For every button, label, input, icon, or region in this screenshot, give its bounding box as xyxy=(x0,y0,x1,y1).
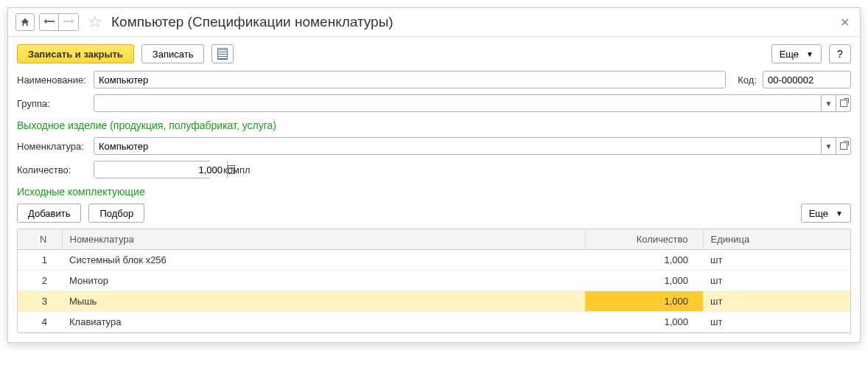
table-header-row: N Номенклатура Количество Единица xyxy=(18,229,850,250)
window-title: Компьютер (Спецификации номенклатуры) xyxy=(111,14,833,30)
favorite-star-icon[interactable]: ☆ xyxy=(88,13,102,32)
components-more-button[interactable]: Еще ▼ xyxy=(801,204,851,223)
nomenclature-open-button[interactable] xyxy=(836,138,850,154)
group-input[interactable] xyxy=(94,95,821,111)
cell-unit: шт xyxy=(703,312,850,333)
nomenclature-row: Номенклатура: ▼ xyxy=(17,137,851,155)
form-area: Наименование: Код: Группа: ▼ Выходное из… xyxy=(8,71,860,342)
quantity-row: Количество: компл xyxy=(17,161,851,178)
table-row[interactable]: 1Системный блок x2561,000шт xyxy=(18,250,850,271)
open-icon xyxy=(840,142,847,150)
group-input-group: ▼ xyxy=(94,94,851,112)
components-table-wrap: N Номенклатура Количество Единица 1Систе… xyxy=(17,229,851,333)
components-section-header: Исходные комплектующие xyxy=(17,186,851,198)
cell-quantity: 1,000 xyxy=(585,271,703,291)
cell-n: 3 xyxy=(18,291,62,312)
close-button[interactable]: ✕ xyxy=(837,15,853,29)
nomenclature-label: Номенклатура: xyxy=(17,141,88,152)
quantity-input-group xyxy=(94,161,211,178)
nomenclature-input[interactable] xyxy=(94,138,821,154)
more-button[interactable]: Еще ▼ xyxy=(771,44,822,63)
chevron-down-icon: ▼ xyxy=(806,50,813,58)
column-n[interactable]: N xyxy=(18,229,62,250)
quantity-input[interactable] xyxy=(94,161,227,178)
group-open-button[interactable] xyxy=(836,95,850,111)
report-button[interactable] xyxy=(211,44,234,63)
open-icon xyxy=(840,100,847,107)
cell-unit: шт xyxy=(703,271,850,291)
save-button[interactable]: Записать xyxy=(141,44,205,63)
quantity-label: Количество: xyxy=(17,164,88,175)
calculator-icon xyxy=(228,165,235,174)
home-button[interactable] xyxy=(15,13,35,31)
forward-button[interactable]: 🠖 xyxy=(59,14,78,30)
table-row[interactable]: 2Монитор1,000шт xyxy=(18,271,850,291)
nomenclature-input-group: ▼ xyxy=(94,137,851,155)
window: 🠔 🠖 ☆ Компьютер (Спецификации номенклату… xyxy=(7,7,861,343)
code-input[interactable] xyxy=(763,71,851,88)
cell-quantity: 1,000 xyxy=(585,250,703,271)
name-input[interactable] xyxy=(94,71,726,88)
cell-n: 4 xyxy=(18,312,62,333)
back-button[interactable]: 🠔 xyxy=(40,14,59,30)
cell-n: 1 xyxy=(18,250,62,271)
nav-back-forward: 🠔 🠖 xyxy=(39,13,79,31)
titlebar: 🠔 🠖 ☆ Компьютер (Спецификации номенклату… xyxy=(8,8,860,37)
components-table: N Номенклатура Количество Единица 1Систе… xyxy=(18,229,850,333)
group-dropdown-button[interactable]: ▼ xyxy=(821,95,836,111)
document-icon xyxy=(217,48,228,60)
select-button[interactable]: Подбор xyxy=(88,204,144,223)
column-nomenclature[interactable]: Номенклатура xyxy=(62,229,585,250)
add-button[interactable]: Добавить xyxy=(17,204,81,223)
group-row: Группа: ▼ xyxy=(17,94,851,112)
cell-nomenclature: Монитор xyxy=(62,271,585,291)
cell-nomenclature: Мышь xyxy=(62,291,585,312)
column-unit[interactable]: Единица xyxy=(703,229,850,250)
code-label: Код: xyxy=(738,74,757,86)
cell-unit: шт xyxy=(703,291,850,312)
group-label: Группа: xyxy=(17,98,88,109)
components-toolbar: Добавить Подбор Еще ▼ xyxy=(17,204,851,223)
name-label: Наименование: xyxy=(17,74,88,86)
column-quantity[interactable]: Количество xyxy=(585,229,703,250)
table-row[interactable]: 4Клавиатура1,000шт xyxy=(18,312,850,333)
name-row: Наименование: Код: xyxy=(17,71,851,88)
table-row[interactable]: 3Мышь1,000шт xyxy=(18,291,850,312)
output-section-header: Выходное изделие (продукция, полуфабрика… xyxy=(17,119,851,131)
chevron-down-icon: ▼ xyxy=(836,209,843,218)
save-and-close-button[interactable]: Записать и закрыть xyxy=(17,44,134,63)
more-label: Еще xyxy=(780,49,799,60)
main-toolbar: Записать и закрыть Записать Еще ▼ ? xyxy=(8,37,860,71)
cell-quantity: 1,000 xyxy=(585,291,703,312)
components-more-label: Еще xyxy=(809,208,828,219)
help-button[interactable]: ? xyxy=(829,44,851,63)
cell-n: 2 xyxy=(18,271,62,291)
cell-nomenclature: Системный блок x256 xyxy=(62,250,585,271)
cell-unit: шт xyxy=(703,250,850,271)
nomenclature-dropdown-button[interactable]: ▼ xyxy=(821,138,836,154)
cell-quantity: 1,000 xyxy=(585,312,703,333)
cell-nomenclature: Клавиатура xyxy=(62,312,585,333)
